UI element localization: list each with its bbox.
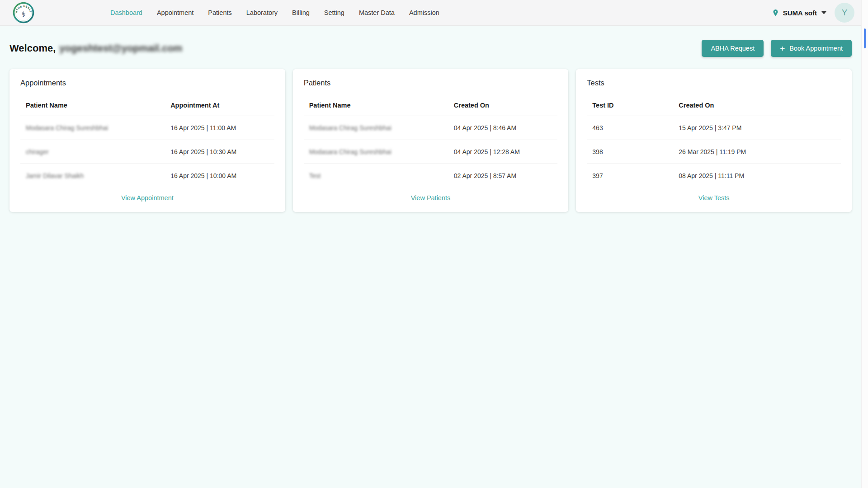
nav-item-patients[interactable]: Patients xyxy=(208,9,231,16)
cell-col2: 16 Apr 2025 | 10:30 AM xyxy=(165,140,274,164)
abha-request-button[interactable]: ABHA Request xyxy=(702,40,764,57)
page-title: Welcome, yogeshtest@yopmail.com xyxy=(9,42,182,54)
cell-col1: Jamir Dilavar Shaikh xyxy=(20,164,165,188)
nav-item-billing[interactable]: Billing xyxy=(292,9,310,16)
ektos-health-logo-icon: EKTOS HEALTH ⚕ xyxy=(13,2,34,23)
user-avatar[interactable]: Y xyxy=(835,3,854,23)
column-header: Patient Name xyxy=(20,98,165,116)
card-appointments: Appointments Patient Name Appointment At… xyxy=(9,69,285,212)
card-footer: View Appointment xyxy=(20,188,274,207)
dashboard-main: Welcome, yogeshtest@yopmail.com ABHA Req… xyxy=(0,40,861,212)
card-title: Patients xyxy=(304,79,558,87)
nav-item-appointment[interactable]: Appointment xyxy=(157,9,193,16)
card-tests: Tests Test ID Created On 463 15 Apr 2025… xyxy=(576,69,852,212)
cell-col1: 398 xyxy=(587,140,673,164)
column-header: Test ID xyxy=(587,98,673,116)
cards-grid: Appointments Patient Name Appointment At… xyxy=(9,69,852,212)
column-header: Created On xyxy=(448,98,558,116)
table-header-row: Patient Name Created On xyxy=(304,98,558,116)
welcome-row: Welcome, yogeshtest@yopmail.com ABHA Req… xyxy=(9,40,852,57)
cell-col1: chirager xyxy=(20,140,165,164)
table-row: Modasara Chirag Sureshbhai 04 Apr 2025 |… xyxy=(304,140,558,164)
nav-item-laboratory[interactable]: Laboratory xyxy=(246,9,278,16)
cell-col2: 26 Mar 2025 | 11:19 PM xyxy=(673,140,841,164)
table-row: Modasara Chirag Sureshbhai 16 Apr 2025 |… xyxy=(20,116,274,140)
table-row: 463 15 Apr 2025 | 3:47 PM xyxy=(587,116,841,140)
view-link[interactable]: View Patients xyxy=(411,194,451,202)
book-appointment-button[interactable]: + Book Appointment xyxy=(771,40,852,57)
table-row: Test 02 Apr 2025 | 8:57 AM xyxy=(304,164,558,188)
topbar-right: SUMA soft Y xyxy=(772,3,854,23)
cell-col2: 04 Apr 2025 | 8:46 AM xyxy=(448,116,558,140)
chevron-down-icon xyxy=(821,11,826,14)
card-table: Patient Name Created On Modasara Chirag … xyxy=(304,98,558,188)
table-row: chirager 16 Apr 2025 | 10:30 AM xyxy=(20,140,274,164)
cell-col1: Test xyxy=(304,164,448,188)
book-appointment-label: Book Appointment xyxy=(789,45,843,52)
column-header: Appointment At xyxy=(165,98,274,116)
card-patients: Patients Patient Name Created On Modasar… xyxy=(293,69,569,212)
cell-col2: 02 Apr 2025 | 8:57 AM xyxy=(448,164,558,188)
nav-item-admission[interactable]: Admission xyxy=(409,9,439,16)
main-nav: DashboardAppointmentPatientsLaboratoryBi… xyxy=(110,9,439,16)
nav-item-dashboard[interactable]: Dashboard xyxy=(110,9,142,16)
plus-icon: + xyxy=(780,44,785,53)
card-title: Tests xyxy=(587,79,841,87)
cell-col1: 397 xyxy=(587,164,673,188)
cell-col1: 463 xyxy=(587,116,673,140)
table-header-row: Test ID Created On xyxy=(587,98,841,116)
nav-item-setting[interactable]: Setting xyxy=(324,9,344,16)
cell-col1: Modasara Chirag Sureshbhai xyxy=(20,116,165,140)
location-dropdown[interactable] xyxy=(821,11,826,14)
caduceus-icon: ⚕ xyxy=(21,10,25,19)
cell-col2: 16 Apr 2025 | 11:00 AM xyxy=(165,116,274,140)
cell-col2: 08 Apr 2025 | 11:11 PM xyxy=(673,164,841,188)
cell-col2: 16 Apr 2025 | 10:00 AM xyxy=(165,164,274,188)
card-footer: View Tests xyxy=(587,188,841,207)
card-footer: View Patients xyxy=(304,188,558,207)
card-table: Test ID Created On 463 15 Apr 2025 | 3:4… xyxy=(587,98,841,188)
location-pin-icon xyxy=(772,8,779,18)
scrollbar-thumb[interactable] xyxy=(864,28,866,48)
view-link[interactable]: View Tests xyxy=(698,194,730,202)
cell-col1: Modasara Chirag Sureshbhai xyxy=(304,140,448,164)
nav-item-master-data[interactable]: Master Data xyxy=(359,9,395,16)
table-row: Modasara Chirag Sureshbhai 04 Apr 2025 |… xyxy=(304,116,558,140)
column-header: Patient Name xyxy=(304,98,448,116)
card-title: Appointments xyxy=(20,79,274,87)
welcome-greeting: Welcome, xyxy=(9,42,56,54)
user-email-blurred: yogeshtest@yopmail.com xyxy=(59,42,182,54)
scrollbar-track[interactable] xyxy=(861,0,868,488)
cell-col2: 04 Apr 2025 | 12:28 AM xyxy=(448,140,558,164)
app-logo[interactable]: EKTOS HEALTH ⚕ xyxy=(13,2,34,23)
table-row: Jamir Dilavar Shaikh 16 Apr 2025 | 10:00… xyxy=(20,164,274,188)
table-row: 398 26 Mar 2025 | 11:19 PM xyxy=(587,140,841,164)
top-navbar: EKTOS HEALTH ⚕ DashboardAppointmentPatie… xyxy=(0,0,868,26)
cell-col2: 15 Apr 2025 | 3:47 PM xyxy=(673,116,841,140)
column-header: Created On xyxy=(673,98,841,116)
header-actions: ABHA Request + Book Appointment xyxy=(702,40,852,57)
location-selector-label[interactable]: SUMA soft xyxy=(783,9,817,17)
cell-col1: Modasara Chirag Sureshbhai xyxy=(304,116,448,140)
card-table: Patient Name Appointment At Modasara Chi… xyxy=(20,98,274,188)
table-row: 397 08 Apr 2025 | 11:11 PM xyxy=(587,164,841,188)
abha-request-label: ABHA Request xyxy=(711,45,755,52)
table-header-row: Patient Name Appointment At xyxy=(20,98,274,116)
view-link[interactable]: View Appointment xyxy=(121,194,174,202)
